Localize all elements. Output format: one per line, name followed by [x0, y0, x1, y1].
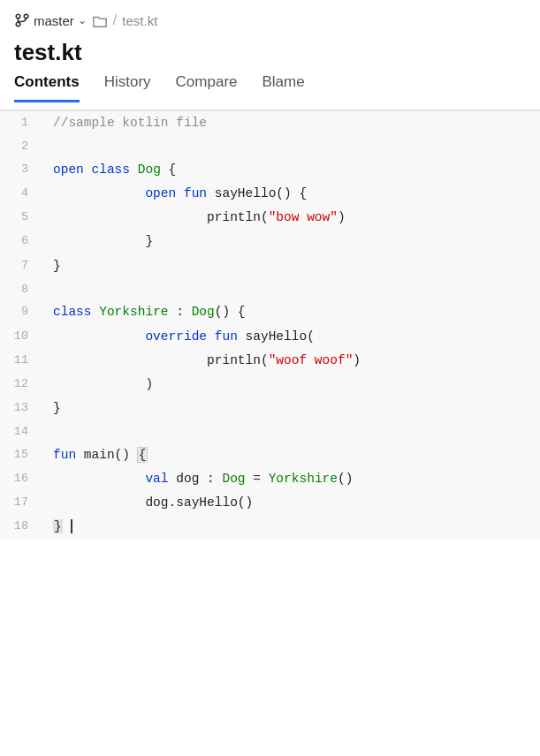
code-table: 1//sample kotlin file23open class Dog {4…: [0, 111, 540, 540]
table-row: 12 ): [0, 373, 540, 397]
line-code: }: [42, 254, 540, 278]
line-number: 17: [0, 491, 42, 515]
line-number: 16: [0, 467, 42, 491]
line-code: override fun sayHello(: [42, 325, 540, 349]
line-code: }: [42, 230, 540, 253]
line-number: 8: [0, 278, 42, 301]
line-code: class Yorkshire : Dog() {: [42, 300, 540, 324]
line-code: println("bow wow"): [42, 206, 540, 230]
line-code: [42, 420, 540, 443]
branch-selector[interactable]: master ⌄: [14, 12, 87, 28]
table-row: 1//sample kotlin file: [0, 111, 540, 135]
table-row: 8: [0, 278, 540, 301]
line-number: 9: [0, 300, 42, 324]
table-row: 6 }: [0, 230, 540, 253]
line-number: 12: [0, 373, 42, 397]
breadcrumb: master ⌄ / test.kt: [14, 12, 526, 28]
line-code: fun main() {: [42, 443, 540, 467]
line-code: open class Dog {: [42, 158, 540, 182]
line-number: 13: [0, 397, 42, 420]
line-number: 6: [0, 230, 42, 253]
line-number: 5: [0, 206, 42, 230]
line-code: println("woof woof"): [42, 349, 540, 373]
line-number: 14: [0, 420, 42, 443]
line-number: 4: [0, 182, 42, 206]
table-row: 13}: [0, 397, 540, 420]
line-code: val dog : Dog = Yorkshire(): [42, 467, 540, 491]
file-header: master ⌄ / test.kt test.kt Contents Hist…: [0, 0, 540, 110]
tab-contents[interactable]: Contents: [14, 73, 80, 102]
path-slash: /: [113, 12, 117, 28]
line-code: }: [42, 515, 540, 539]
table-row: 5 println("bow wow"): [0, 206, 540, 230]
line-number: 1: [0, 111, 42, 135]
table-row: 17 dog.sayHello(): [0, 491, 540, 515]
table-row: 7}: [0, 254, 540, 278]
file-name-breadcrumb: test.kt: [122, 13, 157, 28]
code-viewer: 1//sample kotlin file23open class Dog {4…: [0, 110, 540, 540]
tab-history[interactable]: History: [104, 73, 151, 102]
table-row: 14: [0, 420, 540, 443]
table-row: 3open class Dog {: [0, 158, 540, 182]
table-row: 10 override fun sayHello(: [0, 325, 540, 349]
line-code: [42, 135, 540, 158]
tab-compare[interactable]: Compare: [176, 73, 238, 102]
table-row: 4 open fun sayHello() {: [0, 182, 540, 206]
table-row: 15fun main() {: [0, 443, 540, 467]
page-title: test.kt: [14, 39, 526, 66]
branch-icon: [14, 12, 30, 28]
breadcrumb-separator: [92, 12, 108, 28]
line-number: 11: [0, 349, 42, 373]
table-row: 11 println("woof woof"): [0, 349, 540, 373]
table-row: 18}: [0, 515, 540, 539]
line-number: 7: [0, 254, 42, 278]
table-row: 16 val dog : Dog = Yorkshire(): [0, 467, 540, 491]
line-number: 2: [0, 135, 42, 158]
svg-point-0: [16, 14, 20, 19]
line-number: 15: [0, 443, 42, 467]
svg-point-1: [24, 14, 28, 19]
line-number: 10: [0, 325, 42, 349]
line-code: ): [42, 373, 540, 397]
line-code: //sample kotlin file: [42, 111, 540, 135]
line-code: [42, 278, 540, 301]
svg-point-2: [16, 22, 20, 26]
line-code: }: [42, 397, 540, 420]
branch-name: master: [34, 13, 74, 28]
chevron-down-icon: ⌄: [78, 14, 87, 26]
tab-blame[interactable]: Blame: [262, 73, 305, 102]
line-code: dog.sayHello(): [42, 491, 540, 515]
table-row: 9class Yorkshire : Dog() {: [0, 300, 540, 324]
tab-bar: Contents History Compare Blame: [14, 73, 526, 102]
line-code: open fun sayHello() {: [42, 182, 540, 206]
table-row: 2: [0, 135, 540, 158]
line-number: 3: [0, 158, 42, 182]
line-number: 18: [0, 515, 42, 539]
